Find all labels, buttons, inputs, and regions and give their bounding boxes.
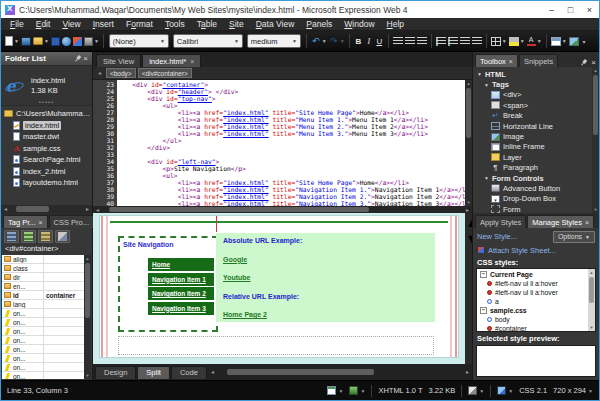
- design-link[interactable]: Home Page 2: [223, 311, 428, 318]
- menu-view[interactable]: View: [56, 19, 86, 29]
- tab-manage-styles[interactable]: Manage Styles×: [527, 215, 594, 228]
- menu-insert[interactable]: Insert: [87, 19, 120, 29]
- design-link[interactable]: Google: [223, 256, 428, 263]
- style-item-row[interactable]: a: [477, 297, 588, 306]
- tab-apply-styles[interactable]: Apply Styles: [475, 215, 526, 228]
- scroll-left-arrow[interactable]: ◄: [208, 369, 217, 375]
- design-nav-link[interactable]: Navigation Item 3: [148, 302, 214, 315]
- splitter-handle[interactable]: •••••: [39, 99, 55, 105]
- toolbox-vscrollbar[interactable]: ▲ ▼: [592, 67, 599, 213]
- increase-indent-button[interactable]: [471, 33, 483, 50]
- file-item[interactable]: Asample.css: [1, 143, 92, 155]
- tab-toolbox[interactable]: Toolbox×: [475, 54, 518, 67]
- minimize-button[interactable]: –: [542, 2, 561, 18]
- underline-button[interactable]: U: [374, 33, 385, 50]
- tab-tag-properties[interactable]: Tag Pr...×: [3, 215, 48, 228]
- code-text[interactable]: <div id="container"> <div id="header"> <…: [117, 80, 465, 206]
- save-button[interactable]: [50, 33, 61, 50]
- design-vscrollbar[interactable]: ▲ ▼: [465, 213, 472, 364]
- insert-table-button[interactable]: ▼: [550, 33, 568, 50]
- preview-in-browser-button[interactable]: [61, 33, 72, 50]
- design-view[interactable]: Site Navigation HomeNavigation Item 1Nav…: [93, 213, 472, 364]
- collapse-icon[interactable]: −: [480, 307, 487, 314]
- open-site-button[interactable]: [20, 33, 32, 50]
- show-attributes-button[interactable]: [55, 230, 70, 243]
- toolbox-item-form[interactable]: Form: [477, 204, 592, 213]
- undo-button[interactable]: ↶▼: [310, 33, 328, 50]
- tag-property-row[interactable]: on...: [2, 345, 84, 354]
- style-item-row[interactable]: #container: [477, 324, 588, 331]
- align-right-button[interactable]: [416, 33, 428, 50]
- scroll-thumb[interactable]: [109, 207, 369, 212]
- tab-site-view[interactable]: Site View: [96, 54, 141, 67]
- toolbox-item-advanced-button[interactable]: Advanced Button: [477, 183, 592, 193]
- breadcrumb-body-tag[interactable]: <body>: [106, 68, 136, 78]
- scroll-right-arrow[interactable]: ►: [83, 206, 92, 212]
- style-item-row[interactable]: body: [477, 315, 588, 324]
- toolbox-group-html[interactable]: ▼HTML: [477, 69, 592, 79]
- menu-tools[interactable]: Tools: [159, 19, 191, 29]
- empty-footer-region[interactable]: [118, 336, 434, 355]
- toolbox-item-layer[interactable]: Layer: [477, 152, 592, 162]
- tag-property-row[interactable]: idcontainer: [2, 291, 84, 300]
- save-status-icon[interactable]: ▼: [349, 386, 365, 395]
- menu-panels[interactable]: Panels: [300, 19, 338, 29]
- tag-property-row[interactable]: on...: [2, 336, 84, 345]
- toolbox-item--div-[interactable]: <div>: [477, 90, 592, 100]
- design-nav-link[interactable]: Home: [148, 258, 214, 271]
- tag-property-row[interactable]: lang: [2, 300, 84, 309]
- visual-aids-icon[interactable]: ▼: [468, 386, 484, 395]
- folder-list-hscrollbar[interactable]: ◄ ►: [1, 205, 92, 213]
- menu-site[interactable]: Site: [223, 19, 250, 29]
- tag-property-row[interactable]: en...: [2, 282, 84, 291]
- tag-properties-vscrollbar[interactable]: ▲ ▼: [84, 255, 91, 379]
- insert-picture-button[interactable]: [568, 33, 580, 50]
- style-group-row[interactable]: −Current Page: [477, 270, 588, 279]
- file-item[interactable]: SearchPage.html: [1, 154, 92, 166]
- tab-css-properties[interactable]: CSS Pro...: [49, 215, 94, 228]
- code-vscrollbar[interactable]: ▲ ▼: [465, 80, 472, 206]
- design-link[interactable]: Youtube: [223, 274, 428, 281]
- tab-split-view[interactable]: Split: [137, 366, 170, 379]
- font-size-select[interactable]: medium▼: [247, 34, 301, 48]
- toolbar-overflow-button[interactable]: ▾: [580, 33, 589, 50]
- scroll-thumb[interactable]: [227, 369, 375, 375]
- maximize-button[interactable]: □: [561, 2, 580, 18]
- redo-button[interactable]: ↷▼: [328, 33, 346, 50]
- file-status-icon[interactable]: ▼: [327, 386, 343, 395]
- close-icon[interactable]: ×: [39, 219, 43, 226]
- scroll-thumb[interactable]: [16, 206, 49, 212]
- close-icon[interactable]: ×: [591, 59, 596, 67]
- file-item[interactable]: index_2.html: [1, 166, 92, 178]
- style-group-row[interactable]: −sample.css: [477, 306, 588, 315]
- toolbox-item-break[interactable]: ↵Break: [477, 111, 592, 121]
- italic-button[interactable]: I: [364, 33, 374, 50]
- new-style-link[interactable]: New Style...: [477, 232, 517, 241]
- menu-format[interactable]: Format: [120, 19, 159, 29]
- open-file-button[interactable]: ▼: [32, 33, 50, 50]
- align-center-button[interactable]: [404, 33, 416, 50]
- scroll-thumb[interactable]: [593, 75, 598, 135]
- doctype-indicator[interactable]: XHTML 1.0 T: [378, 386, 422, 395]
- tag-property-row[interactable]: on...: [2, 309, 84, 318]
- breadcrumb-container-tag[interactable]: <div#container>: [138, 68, 192, 78]
- menu-edit[interactable]: Edit: [30, 19, 57, 29]
- attach-stylesheet-link[interactable]: Attach Style Sheet...: [488, 246, 556, 255]
- file-size-indicator[interactable]: 3.22 KB: [429, 386, 456, 395]
- folder-root-item[interactable]: C:\Users\Muhammad.Waqar\Do: [1, 108, 92, 120]
- content-region[interactable]: Absolute URL Example:GoogleYoutubeRelati…: [216, 233, 435, 322]
- font-select[interactable]: Calibri▼: [173, 34, 243, 48]
- toolbox-item-drop-down-box[interactable]: ▾Drop-Down Box: [477, 194, 592, 204]
- toolbox-item-paragraph[interactable]: ¶Paragraph: [477, 163, 592, 173]
- align-left-button[interactable]: [392, 33, 404, 50]
- toolbox-item--span-[interactable]: <span>: [477, 100, 592, 110]
- design-nav-link[interactable]: Navigation Item 1: [148, 273, 214, 286]
- close-icon[interactable]: ×: [190, 58, 194, 65]
- scroll-thumb[interactable]: [466, 88, 471, 138]
- import-button[interactable]: ▼: [83, 33, 100, 50]
- scroll-thumb[interactable]: [589, 277, 594, 303]
- style-select[interactable]: (None)▼: [109, 34, 169, 48]
- menu-table[interactable]: Table: [191, 19, 223, 29]
- scroll-left-arrow[interactable]: ◄: [93, 207, 102, 213]
- toolbox-group-form-controls[interactable]: ▼Form Controls: [477, 173, 592, 183]
